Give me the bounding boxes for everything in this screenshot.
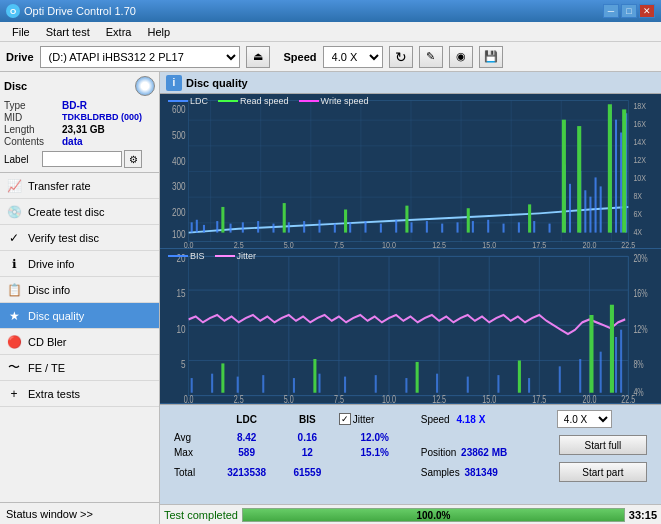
svg-text:18X: 18X	[633, 102, 646, 112]
start-part-button[interactable]: Start part	[559, 462, 647, 482]
drive-bar: Drive (D:) ATAPI iHBS312 2 PL17 ⏏ Speed …	[0, 42, 661, 72]
avg-label: Avg	[170, 431, 211, 444]
maximize-button[interactable]: □	[621, 4, 637, 18]
disc-panel: Disc Type BD-R MID TDKBLDRBD (000) Lengt…	[0, 72, 159, 173]
status-window-button[interactable]: Status window >>	[0, 502, 159, 524]
toolbar-read-button[interactable]: ◉	[449, 46, 473, 68]
svg-text:400: 400	[172, 156, 186, 167]
svg-rect-131	[610, 305, 614, 393]
svg-rect-64	[283, 203, 286, 233]
svg-rect-37	[334, 224, 336, 233]
svg-rect-27	[196, 220, 198, 233]
stats-left: LDC BIS ✓ Jitter	[168, 407, 653, 485]
sidebar-item-extra-tests[interactable]: + Extra tests	[0, 381, 159, 407]
svg-text:20.0: 20.0	[582, 240, 596, 248]
svg-rect-127	[313, 359, 316, 393]
disc-mid-key: MID	[4, 112, 62, 123]
disc-info-icon: 📋	[6, 282, 22, 298]
jitter-check[interactable]: ✓ Jitter	[339, 413, 411, 425]
svg-rect-55	[584, 190, 586, 232]
svg-text:5.0: 5.0	[284, 394, 294, 403]
svg-rect-68	[528, 204, 531, 232]
svg-rect-130	[589, 315, 593, 393]
drive-select[interactable]: (D:) ATAPI iHBS312 2 PL17	[40, 46, 240, 68]
svg-rect-47	[487, 220, 489, 233]
svg-rect-30	[230, 224, 232, 233]
content-area: i Disc quality LDC Read speed	[160, 72, 661, 524]
disc-mid-value: TDKBLDRBD (000)	[62, 112, 142, 123]
svg-rect-120	[528, 378, 530, 393]
bis-chart: BIS Jitter	[160, 249, 661, 404]
read-legend-label: Read speed	[240, 96, 289, 106]
toolbar-write-button[interactable]: ✎	[419, 46, 443, 68]
total-bis: 61559	[282, 461, 333, 483]
svg-text:20%: 20%	[633, 253, 647, 265]
svg-text:12.5: 12.5	[432, 394, 446, 403]
menu-help[interactable]: Help	[139, 24, 178, 40]
svg-text:100: 100	[172, 229, 186, 240]
samples-value: 381349	[464, 467, 497, 478]
extra-tests-icon: +	[6, 386, 22, 402]
disc-length-key: Length	[4, 124, 62, 135]
chart2-legend: BIS Jitter	[168, 251, 256, 261]
svg-rect-35	[303, 221, 305, 233]
svg-text:300: 300	[172, 181, 186, 192]
disc-label-input[interactable]	[42, 151, 122, 167]
progress-area: Test completed 100.0% 33:15	[160, 504, 661, 524]
toolbar-refresh-button[interactable]: ↻	[389, 46, 413, 68]
chart1-legend: LDC Read speed Write speed	[168, 96, 368, 106]
svg-rect-34	[288, 222, 290, 232]
svg-text:0.0: 0.0	[184, 394, 194, 403]
svg-rect-51	[549, 224, 551, 233]
write-legend-dot	[299, 100, 319, 102]
svg-text:12%: 12%	[633, 323, 647, 335]
avg-ldc: 8.42	[213, 431, 280, 444]
sidebar-item-transfer-rate[interactable]: 📈 Transfer rate	[0, 173, 159, 199]
svg-text:600: 600	[172, 104, 186, 115]
disc-quality-title: Disc quality	[186, 77, 248, 89]
svg-rect-126	[221, 363, 224, 392]
svg-text:4X: 4X	[633, 227, 642, 237]
svg-rect-117	[436, 374, 438, 393]
sidebar-item-verify-test-disc[interactable]: ✓ Verify test disc	[0, 225, 159, 251]
progress-text: 100.0%	[243, 509, 624, 523]
svg-rect-26	[191, 222, 193, 232]
max-ldc: 589	[213, 446, 280, 459]
toolbar-save-button[interactable]: 💾	[479, 46, 503, 68]
svg-text:15: 15	[176, 287, 185, 300]
app-title: Opti Drive Control 1.70	[24, 5, 136, 17]
sidebar-item-disc-info[interactable]: 📋 Disc info	[0, 277, 159, 303]
speed-select[interactable]: 4.0 X	[323, 46, 383, 68]
svg-rect-29	[216, 221, 218, 233]
disc-label-button[interactable]: ⚙	[124, 150, 142, 168]
sidebar-item-label: Create test disc	[28, 206, 104, 218]
max-jitter: 15.1%	[335, 446, 415, 459]
jitter-checkbox[interactable]: ✓	[339, 413, 351, 425]
menu-bar: File Start test Extra Help	[0, 22, 661, 42]
stats-table: LDC BIS ✓ Jitter	[168, 407, 653, 485]
sidebar-item-drive-info[interactable]: ℹ Drive info	[0, 251, 159, 277]
sidebar-item-disc-quality[interactable]: ★ Disc quality	[0, 303, 159, 329]
total-ldc: 3213538	[213, 461, 280, 483]
minimize-button[interactable]: ─	[603, 4, 619, 18]
svg-rect-108	[191, 378, 193, 393]
menu-start-test[interactable]: Start test	[38, 24, 98, 40]
svg-rect-50	[533, 221, 535, 233]
svg-rect-122	[579, 359, 581, 393]
close-button[interactable]: ✕	[639, 4, 655, 18]
sidebar-item-fe-te[interactable]: 〜 FE / TE	[0, 355, 159, 381]
sidebar-item-cd-bler[interactable]: 🔴 CD Bler	[0, 329, 159, 355]
bis-chart-svg: 20 15 10 5 20% 16% 12% 8% 4% 0.0 2.5 5.0	[160, 249, 661, 403]
menu-extra[interactable]: Extra	[98, 24, 140, 40]
eject-button[interactable]: ⏏	[246, 46, 270, 68]
svg-rect-49	[518, 222, 520, 232]
speed-select-stats[interactable]: 4.0 X	[557, 410, 612, 428]
svg-rect-58	[600, 186, 602, 232]
menu-file[interactable]: File	[4, 24, 38, 40]
svg-rect-53	[569, 184, 571, 233]
start-full-button[interactable]: Start full	[559, 435, 647, 455]
stats-bar: LDC BIS ✓ Jitter	[160, 404, 661, 504]
svg-rect-72	[622, 109, 626, 232]
svg-rect-46	[472, 221, 474, 233]
sidebar-item-create-test-disc[interactable]: 💿 Create test disc	[0, 199, 159, 225]
